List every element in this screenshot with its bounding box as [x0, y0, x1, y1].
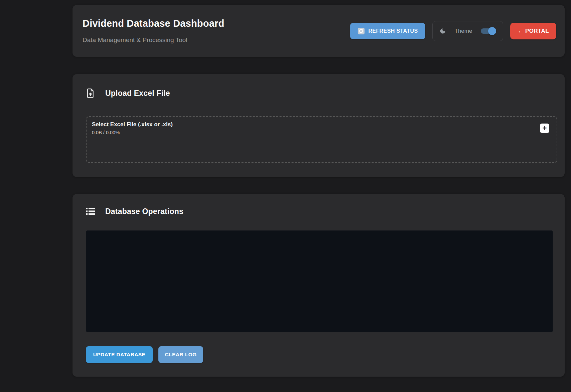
page-title: Dividend Database Dashboard: [83, 18, 224, 29]
operations-section-head: Database Operations: [86, 206, 553, 216]
portal-button-label: ← PORTAL: [518, 28, 549, 34]
refresh-icon: [358, 27, 365, 35]
theme-toggle[interactable]: [481, 27, 496, 35]
list-icon: [86, 207, 95, 215]
plus-icon: +: [543, 125, 547, 132]
header-card: Dividend Database Dashboard Data Managem…: [73, 5, 565, 57]
upload-section-head: Upload Excel File: [86, 88, 557, 98]
database-operations-card: Database Operations UPDATE DATABASE CLEA…: [73, 194, 565, 377]
file-upload-icon: [86, 88, 95, 98]
file-dropzone[interactable]: Select Excel File (.xlsx or .xls) 0.0B /…: [86, 116, 557, 163]
upload-progress-text: 0.0B / 0.00%: [92, 129, 551, 136]
file-select-label: Select Excel File (.xlsx or .xls): [92, 121, 551, 128]
clear-log-button[interactable]: CLEAR LOG: [158, 346, 203, 363]
moon-icon: [439, 28, 446, 34]
upload-card: Upload Excel File Select Excel File (.xl…: [73, 74, 565, 177]
clear-log-label: CLEAR LOG: [165, 352, 197, 358]
update-database-button[interactable]: UPDATE DATABASE: [86, 346, 153, 363]
page-subtitle: Data Management & Processing Tool: [83, 36, 224, 44]
portal-button[interactable]: ← PORTAL: [510, 23, 556, 39]
theme-toggle-group: Theme: [432, 21, 504, 41]
update-database-label: UPDATE DATABASE: [93, 352, 146, 358]
refresh-button-label: REFRESH STATUS: [368, 28, 418, 34]
refresh-status-button[interactable]: REFRESH STATUS: [350, 23, 425, 39]
toggle-knob: [488, 27, 496, 35]
upload-section-title: Upload Excel File: [105, 89, 170, 98]
dropzone-head: Select Excel File (.xlsx or .xls) 0.0B /…: [87, 117, 557, 139]
operations-button-row: UPDATE DATABASE CLEAR LOG: [86, 346, 553, 363]
header-controls: REFRESH STATUS Theme ← PORTAL: [350, 21, 556, 41]
title-block: Dividend Database Dashboard Data Managem…: [83, 18, 224, 44]
add-file-button[interactable]: +: [540, 124, 549, 133]
operations-section-title: Database Operations: [105, 207, 183, 216]
operations-log-console[interactable]: [86, 230, 553, 332]
theme-label: Theme: [455, 28, 472, 34]
